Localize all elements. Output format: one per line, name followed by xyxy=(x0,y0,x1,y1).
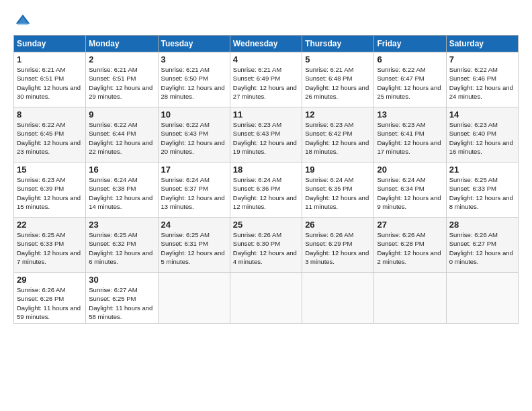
sunset-text: Sunset: 6:43 PM xyxy=(233,129,299,138)
day-number: 12 xyxy=(305,109,371,120)
calendar-cell: 3Sunrise: 6:21 AMSunset: 6:50 PMDaylight… xyxy=(158,52,230,107)
sunset-text: Sunset: 6:27 PM xyxy=(449,239,515,248)
weekday-header: Tuesday xyxy=(158,36,230,52)
sunset-text: Sunset: 6:34 PM xyxy=(377,184,443,193)
sunset-text: Sunset: 6:44 PM xyxy=(89,129,154,138)
calendar-cell: 27Sunrise: 6:26 AMSunset: 6:28 PMDayligh… xyxy=(374,218,446,273)
sunrise-text: Sunrise: 6:24 AM xyxy=(305,175,371,184)
sunrise-text: Sunrise: 6:26 AM xyxy=(233,230,299,239)
daylight-text: Daylight: 12 hours and 19 minutes. xyxy=(233,138,299,156)
sunrise-text: Sunrise: 6:23 AM xyxy=(449,120,515,129)
sunset-text: Sunset: 6:32 PM xyxy=(89,239,154,248)
calendar-table: SundayMondayTuesdayWednesdayThursdayFrid… xyxy=(13,35,519,324)
sunset-text: Sunset: 6:46 PM xyxy=(449,74,515,83)
daylight-text: Daylight: 11 hours and 58 minutes. xyxy=(89,304,154,322)
calendar-week-row: 15Sunrise: 6:23 AMSunset: 6:39 PMDayligh… xyxy=(14,163,519,218)
sunrise-text: Sunrise: 6:25 AM xyxy=(449,175,515,184)
sunset-text: Sunset: 6:40 PM xyxy=(449,129,515,138)
day-number: 20 xyxy=(377,165,443,175)
sunrise-text: Sunrise: 6:27 AM xyxy=(89,285,154,294)
weekday-header: Monday xyxy=(86,36,158,52)
sunrise-text: Sunrise: 6:22 AM xyxy=(89,120,154,129)
sunrise-text: Sunrise: 6:23 AM xyxy=(377,120,443,129)
sunrise-text: Sunrise: 6:24 AM xyxy=(161,175,227,184)
sunrise-text: Sunrise: 6:21 AM xyxy=(161,65,227,74)
day-number: 30 xyxy=(89,275,154,285)
empty-cell xyxy=(158,273,230,324)
day-number: 4 xyxy=(233,54,299,64)
sunrise-text: Sunrise: 6:24 AM xyxy=(377,175,443,184)
daylight-text: Daylight: 12 hours and 0 minutes. xyxy=(449,248,515,267)
day-number: 5 xyxy=(305,54,371,64)
daylight-text: Daylight: 12 hours and 18 minutes. xyxy=(305,138,371,156)
calendar-cell: 6Sunrise: 6:22 AMSunset: 6:47 PMDaylight… xyxy=(374,52,446,107)
day-number: 1 xyxy=(17,54,83,64)
sunset-text: Sunset: 6:48 PM xyxy=(305,74,371,83)
daylight-text: Daylight: 12 hours and 14 minutes. xyxy=(89,193,154,212)
daylight-text: Daylight: 12 hours and 24 minutes. xyxy=(449,83,515,101)
sunset-text: Sunset: 6:33 PM xyxy=(17,239,83,248)
day-number: 24 xyxy=(161,220,227,230)
logo-icon xyxy=(13,12,32,31)
calendar-cell: 13Sunrise: 6:23 AMSunset: 6:41 PMDayligh… xyxy=(374,107,446,163)
calendar-cell: 24Sunrise: 6:25 AMSunset: 6:31 PMDayligh… xyxy=(158,218,230,273)
sunset-text: Sunset: 6:47 PM xyxy=(377,74,443,83)
day-number: 27 xyxy=(377,220,443,230)
daylight-text: Daylight: 12 hours and 22 minutes. xyxy=(89,138,154,156)
day-number: 19 xyxy=(305,165,371,175)
calendar-cell: 23Sunrise: 6:25 AMSunset: 6:32 PMDayligh… xyxy=(86,218,158,273)
sunset-text: Sunset: 6:45 PM xyxy=(17,129,83,138)
sunset-text: Sunset: 6:42 PM xyxy=(305,129,371,138)
empty-cell xyxy=(446,273,518,324)
sunrise-text: Sunrise: 6:21 AM xyxy=(305,65,371,74)
day-number: 6 xyxy=(377,54,443,64)
day-number: 18 xyxy=(233,165,299,175)
sunset-text: Sunset: 6:36 PM xyxy=(233,184,299,193)
sunrise-text: Sunrise: 6:23 AM xyxy=(305,120,371,129)
calendar-cell: 17Sunrise: 6:24 AMSunset: 6:37 PMDayligh… xyxy=(158,163,230,218)
daylight-text: Daylight: 12 hours and 26 minutes. xyxy=(305,83,371,101)
sunset-text: Sunset: 6:30 PM xyxy=(233,239,299,248)
daylight-text: Daylight: 12 hours and 15 minutes. xyxy=(17,193,83,212)
daylight-text: Daylight: 12 hours and 25 minutes. xyxy=(377,83,443,101)
sunrise-text: Sunrise: 6:26 AM xyxy=(377,230,443,239)
day-number: 11 xyxy=(233,109,299,120)
daylight-text: Daylight: 12 hours and 6 minutes. xyxy=(89,248,154,267)
sunset-text: Sunset: 6:38 PM xyxy=(89,184,154,193)
sunset-text: Sunset: 6:51 PM xyxy=(89,74,154,83)
weekday-header: Friday xyxy=(374,36,446,52)
calendar-cell: 18Sunrise: 6:24 AMSunset: 6:36 PMDayligh… xyxy=(230,163,302,218)
sunset-text: Sunset: 6:41 PM xyxy=(377,129,443,138)
day-number: 16 xyxy=(89,165,154,175)
sunrise-text: Sunrise: 6:23 AM xyxy=(17,175,83,184)
empty-cell xyxy=(302,273,374,324)
daylight-text: Daylight: 12 hours and 4 minutes. xyxy=(233,248,299,267)
sunset-text: Sunset: 6:43 PM xyxy=(161,129,227,138)
sunrise-text: Sunrise: 6:25 AM xyxy=(161,230,227,239)
day-number: 22 xyxy=(17,220,83,230)
weekday-header: Saturday xyxy=(446,36,518,52)
calendar-week-row: 22Sunrise: 6:25 AMSunset: 6:33 PMDayligh… xyxy=(14,218,519,273)
calendar-cell: 19Sunrise: 6:24 AMSunset: 6:35 PMDayligh… xyxy=(302,163,374,218)
calendar-cell: 15Sunrise: 6:23 AMSunset: 6:39 PMDayligh… xyxy=(14,163,86,218)
daylight-text: Daylight: 12 hours and 9 minutes. xyxy=(377,193,443,212)
daylight-text: Daylight: 12 hours and 5 minutes. xyxy=(161,248,227,267)
page: SundayMondayTuesdayWednesdayThursdayFrid… xyxy=(0,0,532,330)
daylight-text: Daylight: 12 hours and 17 minutes. xyxy=(377,138,443,156)
calendar-cell: 28Sunrise: 6:26 AMSunset: 6:27 PMDayligh… xyxy=(446,218,518,273)
sunrise-text: Sunrise: 6:23 AM xyxy=(233,120,299,129)
sunset-text: Sunset: 6:29 PM xyxy=(305,239,371,248)
calendar-cell: 14Sunrise: 6:23 AMSunset: 6:40 PMDayligh… xyxy=(446,107,518,163)
calendar-cell: 11Sunrise: 6:23 AMSunset: 6:43 PMDayligh… xyxy=(230,107,302,163)
sunset-text: Sunset: 6:26 PM xyxy=(17,294,83,303)
sunset-text: Sunset: 6:35 PM xyxy=(305,184,371,193)
weekday-header: Thursday xyxy=(302,36,374,52)
daylight-text: Daylight: 12 hours and 28 minutes. xyxy=(161,83,227,101)
daylight-text: Daylight: 12 hours and 2 minutes. xyxy=(377,248,443,267)
daylight-text: Daylight: 11 hours and 59 minutes. xyxy=(17,304,83,322)
calendar-cell: 4Sunrise: 6:21 AMSunset: 6:49 PMDaylight… xyxy=(230,52,302,107)
sunset-text: Sunset: 6:37 PM xyxy=(161,184,227,193)
calendar-cell: 26Sunrise: 6:26 AMSunset: 6:29 PMDayligh… xyxy=(302,218,374,273)
sunset-text: Sunset: 6:51 PM xyxy=(17,74,83,83)
calendar-cell: 30Sunrise: 6:27 AMSunset: 6:25 PMDayligh… xyxy=(86,273,158,324)
